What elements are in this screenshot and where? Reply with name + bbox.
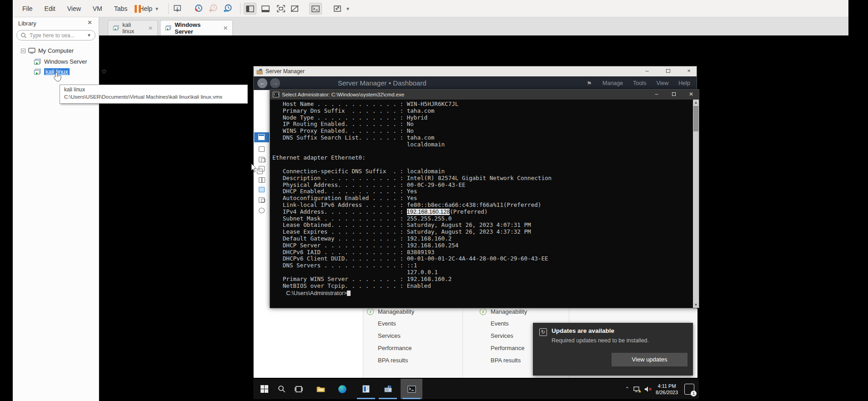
enter-fullscreen-button[interactable]	[275, 3, 287, 15]
cmd-taskbar-button[interactable]	[401, 379, 422, 399]
dashboard-link-performance[interactable]: Performance	[378, 345, 411, 351]
menu-edit[interactable]: Edit	[39, 5, 61, 12]
tab-kali-linux[interactable]: kali linux ✕	[108, 20, 158, 35]
menu-view[interactable]: View	[61, 5, 87, 12]
send-ctrl-alt-del-button[interactable]	[173, 3, 182, 15]
tab-label: Windows Server	[175, 21, 218, 35]
nav-local-server-icon[interactable]	[255, 145, 269, 154]
cmd-scrollbar[interactable]: ▲ ▼	[693, 100, 699, 308]
scroll-up-icon[interactable]: ▲	[693, 100, 699, 105]
nav-roles-icon[interactable]	[255, 176, 269, 185]
task-view-button[interactable]	[288, 379, 310, 399]
dashboard-link-performance[interactable]: Performance	[491, 345, 524, 351]
edge-browser-button[interactable]	[331, 379, 353, 399]
tray-expand-icon[interactable]: ⌃	[625, 386, 629, 392]
tree-expander-icon[interactable]	[21, 49, 25, 53]
menu-vm[interactable]: VM	[87, 5, 108, 12]
console-line	[272, 161, 693, 168]
toast-title: Updates are available	[552, 327, 614, 334]
server-manager-titlebar[interactable]: Server Manager – ×	[254, 66, 697, 76]
dashboard-link-manageability[interactable]: iManageability	[480, 309, 527, 315]
file-explorer-button[interactable]	[310, 379, 331, 399]
close-tab-icon[interactable]: ✕	[223, 25, 228, 31]
unity-mode-button[interactable]	[288, 3, 301, 15]
system-tray: ⌃ 4:11 PM 8/26/2023 1	[625, 379, 699, 399]
dashboard-link-events[interactable]: Events	[491, 320, 509, 327]
dashboard-link-label: Events	[491, 320, 509, 327]
view-updates-button[interactable]: View updates	[612, 353, 687, 366]
show-library-button[interactable]	[244, 3, 256, 15]
power-dropdown-caret[interactable]: ▼	[155, 3, 159, 15]
take-snapshot-button[interactable]	[194, 3, 204, 15]
console-line: Default Gateway . . . . . . . . . : 192.…	[272, 236, 693, 242]
dashboard-link-label: BPA results	[491, 357, 521, 364]
sm-menu-help[interactable]: Help	[678, 80, 690, 86]
scroll-down-icon[interactable]: ▼	[693, 303, 699, 307]
forward-icon[interactable]: →	[270, 78, 280, 88]
console-view-button[interactable]	[309, 3, 322, 15]
library-close-icon[interactable]: ✕	[87, 19, 92, 26]
stretch-view-button[interactable]	[331, 3, 344, 15]
dashboard-link-label: Performance	[491, 345, 524, 351]
view-dropdown-caret[interactable]: ▼	[346, 3, 350, 15]
nav-settings-icon[interactable]	[255, 206, 269, 215]
dashboard-link-label: Performance	[378, 345, 411, 351]
favorite-star-icon[interactable]: ☆	[101, 67, 107, 75]
show-library-icon	[246, 5, 254, 12]
dashboard-link-events[interactable]: Events	[378, 320, 396, 327]
nav-dashboard-icon[interactable]	[254, 132, 269, 142]
nav-services-icon[interactable]	[255, 196, 269, 205]
console-line: Host Name . . . . . . . . . . . . : WIN-…	[272, 101, 693, 108]
cmd-close-button[interactable]: ✕	[683, 90, 699, 100]
folder-icon	[316, 386, 325, 393]
scrollbar-thumb[interactable]	[693, 106, 698, 131]
revert-snapshot-button[interactable]	[208, 3, 218, 15]
vmware-menubar: FileEditViewVMTabsHelp ▼	[13, 0, 848, 17]
pause-vm-button[interactable]	[135, 3, 141, 15]
tooltip-vm-path: C:\Users\USER\Documents\Virtual Machines…	[64, 94, 243, 100]
restore-button[interactable]	[660, 66, 676, 76]
tree-node-kali-linux[interactable]: kali linux ☆	[34, 68, 70, 75]
time-label: 4:11 PM	[656, 383, 678, 389]
close-button[interactable]: ×	[681, 66, 697, 76]
tab-windows-server[interactable]: Windows Server ✕	[160, 20, 233, 35]
console-line: DNS Servers . . . . . . . . . . . : ::1	[272, 262, 693, 269]
dashboard-link-manageability[interactable]: iManageability	[367, 309, 414, 315]
sm-menu-manage[interactable]: Manage	[602, 80, 623, 86]
tree-node-my-computer[interactable]: My Computer	[21, 47, 74, 54]
minimize-button[interactable]: –	[639, 66, 655, 76]
tooltip-vm-name: kali linux	[64, 86, 243, 93]
network-status-icon[interactable]	[633, 386, 641, 393]
dashboard-link-services[interactable]: Services	[491, 332, 513, 339]
dashboard-link-bpa-results[interactable]: BPA results	[378, 357, 408, 364]
sm-menu-view[interactable]: View	[656, 80, 668, 86]
dashboard-link-services[interactable]: Services	[378, 332, 401, 339]
console-line	[272, 148, 693, 155]
library-search-input[interactable]: Type here to sea... ▼	[16, 30, 95, 40]
dashboard-link-bpa-results[interactable]: BPA results	[491, 357, 521, 364]
app-window-button[interactable]	[355, 379, 377, 399]
command-prompt-icon	[407, 386, 416, 393]
cmd-maximize-button[interactable]	[666, 90, 682, 100]
console-line: WINS Proxy Enabled. . . . . . . . : No	[272, 128, 693, 135]
server-manager-taskbar-button[interactable]	[377, 379, 399, 399]
nav-file-storage-icon[interactable]	[255, 185, 269, 194]
tree-node-windows-server[interactable]: Windows Server	[34, 58, 87, 65]
back-icon[interactable]: ←	[257, 78, 267, 88]
volume-muted-icon[interactable]	[644, 386, 652, 393]
manage-snapshots-button[interactable]	[223, 3, 233, 15]
sm-menu-tools[interactable]: Tools	[633, 80, 646, 86]
server-manager-icon	[256, 69, 263, 75]
show-thumbnail-bar-button[interactable]	[259, 3, 272, 15]
cmd-titlebar[interactable]: C:\ Select Administrator: C:\Windows\sys…	[270, 90, 699, 100]
menu-tabs[interactable]: Tabs	[108, 5, 134, 12]
close-tab-icon[interactable]: ✕	[148, 25, 153, 31]
search-dropdown-caret[interactable]: ▼	[87, 33, 91, 38]
action-center-icon[interactable]: 1	[684, 384, 694, 395]
menu-file[interactable]: File	[16, 5, 39, 12]
clock[interactable]: 4:11 PM 8/26/2023	[656, 383, 678, 396]
nav-all-servers-icon[interactable]	[255, 155, 269, 164]
flag-icon[interactable]: ⚑	[587, 80, 592, 87]
console-line: Physical Address. . . . . . . . . : 00-0…	[272, 182, 693, 189]
cmd-minimize-button[interactable]: –	[649, 90, 664, 100]
